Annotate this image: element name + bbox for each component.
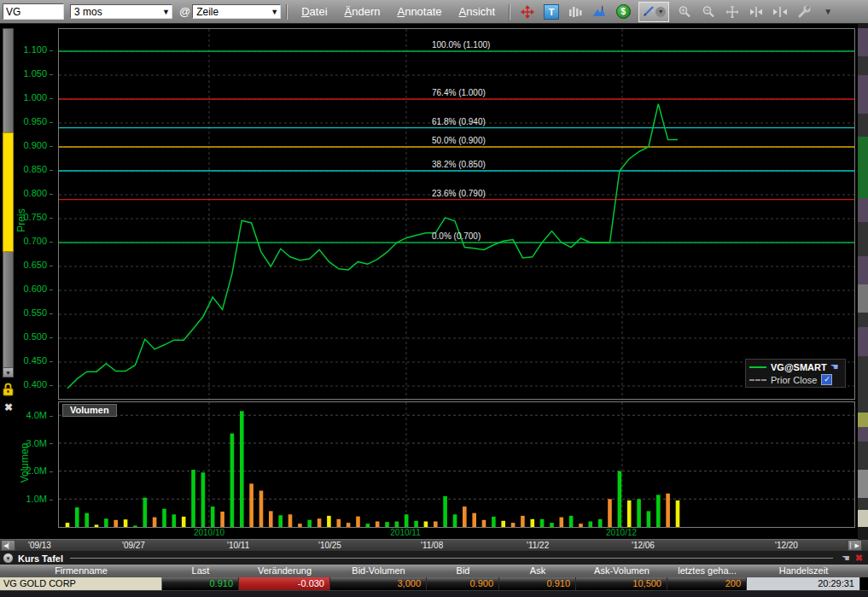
col-handelszeit[interactable]: Handelszeit <box>747 565 860 577</box>
toolbar-separator <box>286 4 288 20</box>
move-tool-icon[interactable] <box>518 3 537 21</box>
price-tick-label: 0.450 <box>17 355 53 366</box>
toolbar-separator <box>509 4 510 20</box>
col-firmenname[interactable]: Firmenname <box>0 565 162 577</box>
quote-panel-header: ▼ Kurs Tafel ☚ ✖ <box>0 552 868 565</box>
col-bid[interactable]: Bid <box>427 565 499 577</box>
volume-bar <box>298 524 302 527</box>
bar-chart-icon[interactable] <box>566 3 585 21</box>
mountain-chart-icon[interactable] <box>590 3 609 21</box>
close-panel-icon[interactable]: ✖ <box>855 553 863 564</box>
legend-row-prior-close[interactable]: Prior Close ✓ <box>749 373 842 386</box>
volume-bar <box>249 483 253 527</box>
symbol-input[interactable] <box>3 3 64 20</box>
volume-chart-canvas <box>59 402 854 527</box>
price-tick-label: 0.900 <box>17 140 53 150</box>
price-tick-label: 0.750 <box>17 212 53 222</box>
volume-bar <box>540 519 545 527</box>
zoom-out-icon[interactable] <box>699 3 718 21</box>
volume-bar <box>472 513 476 527</box>
menu-datei[interactable]: Datei <box>301 5 327 18</box>
expand-horizontal-icon[interactable] <box>747 3 766 21</box>
money-icon[interactable]: $ <box>614 3 632 21</box>
cell-handelszeit: 20:29:31 <box>747 577 860 590</box>
volume-bar <box>443 496 447 527</box>
volume-bar <box>230 434 235 528</box>
text-tool-icon[interactable]: T <box>542 3 561 21</box>
price-tick-label: 0.850 <box>17 164 53 174</box>
range-select-value: 3 mos <box>74 6 159 18</box>
volume-bar <box>482 520 486 527</box>
side-edge-strip <box>858 24 868 540</box>
col-last[interactable]: Last <box>162 565 239 577</box>
volume-bar <box>511 523 516 527</box>
menu-aendern[interactable]: Ändern <box>345 5 381 18</box>
quote-table-row[interactable]: VG GOLD CORP 0.910 -0.030 3,000 0.900 0.… <box>0 577 868 590</box>
month-label: 2010/10 <box>194 528 224 537</box>
drag-hand-icon[interactable]: ☚ <box>830 361 839 372</box>
price-tick-label: 0.550 <box>17 307 53 318</box>
scroll-down-button[interactable]: ▼ <box>3 367 14 378</box>
date-scrollbar[interactable]: ◀▏ ▏▶ '09/13'09/27'10/11'10/25'11/08'11/… <box>0 539 868 552</box>
menu-annotate[interactable]: Annotate <box>397 5 441 18</box>
volume-panel-tab[interactable]: Volumen <box>62 404 117 417</box>
style-select[interactable]: Zeile ▼ <box>192 4 281 19</box>
cell-bid: 0.900 <box>427 577 499 590</box>
legend-row-price[interactable]: VG@SMART ☚ <box>749 360 842 373</box>
more-tools-icon[interactable]: ▼ <box>818 3 837 21</box>
price-chart-panel[interactable]: VG@SMART ☚ Prior Close ✓ 100.0% (1.100)7… <box>58 28 855 400</box>
volume-bar <box>133 525 137 527</box>
wrench-icon[interactable] <box>795 3 813 21</box>
volume-bar <box>637 499 641 527</box>
quote-table-header: Firmenname Last Veränderung Bid-Volumen … <box>0 565 868 577</box>
collapse-panel-icon[interactable]: ▼ <box>3 553 13 563</box>
price-tick-label: 0.700 <box>17 236 53 246</box>
col-veraenderung[interactable]: Veränderung <box>239 565 330 577</box>
lock-icon[interactable] <box>3 382 14 400</box>
legend-series-label: VG@SMART <box>771 362 827 372</box>
date-tick-label: '11/08 <box>421 541 443 550</box>
volume-bar <box>347 523 351 527</box>
date-tick-label: '10/11 <box>227 541 249 550</box>
date-tick-label: '12/06 <box>632 541 655 550</box>
chevron-down-icon: ▼ <box>655 7 666 17</box>
col-ask-volumen[interactable]: Ask-Volumen <box>576 565 667 577</box>
draw-tool-button[interactable]: ▼ <box>638 2 669 22</box>
volume-bar <box>627 500 632 527</box>
close-panel-icon[interactable]: ✖ <box>3 401 15 413</box>
menu-ansicht[interactable]: Ansicht <box>459 5 496 18</box>
drag-hand-icon[interactable]: ☚ <box>842 553 850 564</box>
price-tick-label: 1.050 <box>17 68 53 79</box>
prior-close-checkbox[interactable]: ✓ <box>821 374 832 385</box>
zoom-in-icon[interactable] <box>675 3 694 21</box>
crosshair-icon[interactable] <box>723 3 742 21</box>
volume-bar <box>405 514 409 527</box>
volume-bar <box>259 491 264 528</box>
fib-level-label: 0.0% (0.700) <box>432 231 481 241</box>
dashed-line-swatch <box>749 379 766 381</box>
collapse-horizontal-icon[interactable] <box>771 3 789 21</box>
range-select[interactable]: 3 mos ▼ <box>70 4 172 19</box>
volume-bar <box>124 519 128 527</box>
volume-bar <box>608 499 612 527</box>
scroll-right-icon[interactable]: ▏▶ <box>848 540 862 551</box>
month-label: 2010/11 <box>390 528 420 537</box>
volume-bar <box>453 514 457 527</box>
price-scrollbar-thumb[interactable] <box>3 132 14 252</box>
volume-bar <box>288 514 293 527</box>
trading-chart-window: 3 mos ▼ @ Zeile ▼ Datei Ändern Annotate … <box>0 0 868 597</box>
volume-bar <box>104 518 108 527</box>
date-tick-label: '09/13 <box>28 541 51 550</box>
volume-bar <box>395 522 399 528</box>
volume-bar <box>269 511 273 527</box>
col-ask[interactable]: Ask <box>499 565 576 577</box>
cell-last: 0.910 <box>162 577 239 590</box>
col-letztes[interactable]: letztes geha... <box>667 565 747 577</box>
fib-level-label: 38.2% (0.850) <box>432 160 486 169</box>
col-bid-volumen[interactable]: Bid-Volumen <box>330 565 427 577</box>
volume-bar <box>191 470 195 527</box>
volume-chart-panel[interactable]: Volumen <box>58 401 855 528</box>
scroll-left-icon[interactable]: ◀▏ <box>1 540 15 551</box>
volume-bar <box>501 521 505 527</box>
volume-bar <box>589 522 593 528</box>
